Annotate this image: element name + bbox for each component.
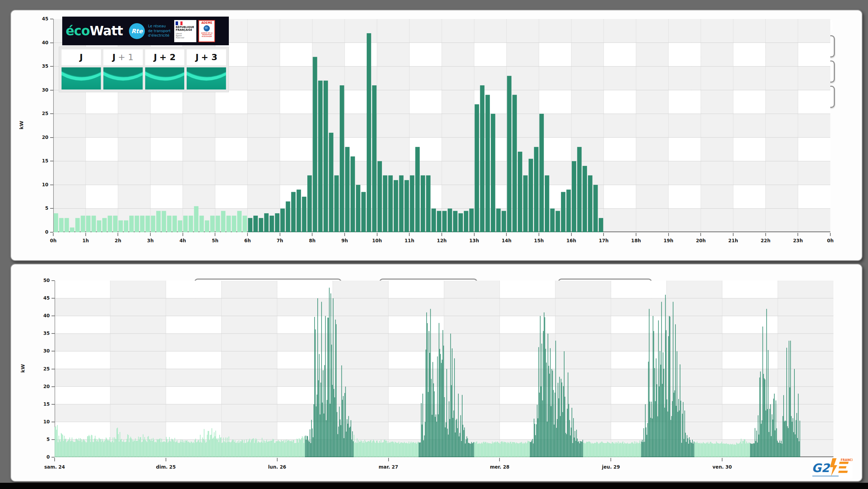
week-bar [498,443,499,457]
week-bar [141,442,142,457]
forecast-tile-j[interactable]: J [62,49,101,90]
week-bar [479,443,479,457]
week-bar [547,422,548,457]
week-bar [444,397,445,457]
week-bar [407,443,408,457]
week-bar [753,444,753,457]
week-bar [780,441,780,457]
week-bar [263,440,264,457]
week-bar [444,346,444,457]
week-bar [708,444,709,457]
week-bar [792,422,793,457]
week-bar [59,440,60,457]
day-bar [189,216,193,232]
day-bar [383,175,388,232]
week-bar [439,349,440,457]
week-bar [426,312,427,457]
week-bar [274,443,275,457]
week-bar [235,440,235,457]
week-bar [501,441,502,457]
week-bar [260,442,260,457]
week-bar [153,440,154,457]
week-bar [62,434,62,457]
y-axis-label: 15 [34,401,50,407]
week-bar [671,416,672,457]
week-bar [300,440,301,457]
week-bar [784,421,785,457]
week-bar [738,444,739,457]
week-bar [379,443,379,457]
week-bar [600,443,601,457]
y-axis-label: 15 [32,158,48,163]
week-bar [195,440,195,457]
forecast-tile-j+3[interactable]: J+ 3 [187,49,226,90]
x-axis-tick [700,233,701,236]
week-bar [644,442,645,457]
week-bar [715,444,716,457]
week-bar [767,409,768,457]
week-bar [634,441,635,457]
week-bar [662,384,663,457]
week-bar [63,435,63,457]
week-bar [761,424,762,457]
week-bar [591,444,591,457]
week-bar [531,442,531,457]
week-bar [740,442,741,457]
week-bar [711,443,712,457]
week-bar [424,435,425,457]
week-bar [494,442,495,457]
week-bar [476,442,476,457]
week-bar [447,429,448,457]
week-bar [511,443,512,457]
week-bar [536,424,537,457]
week-bar [171,439,172,457]
week-bar [446,369,447,458]
week-bar [218,442,219,457]
week-bar [366,442,367,457]
week-bar [251,440,252,457]
week-bar [730,444,731,457]
week-bar [620,443,621,457]
week-bar [680,364,680,457]
week-bar [372,441,373,457]
week-bar [473,443,473,457]
week-bar [405,443,406,457]
forecast-tile-j+1[interactable]: J+ 1 [103,49,143,90]
week-bar [525,442,526,457]
week-bar [710,442,711,457]
week-bar [716,441,717,457]
week-bar [202,438,203,457]
week-bar [370,440,371,457]
week-bar [776,428,777,457]
week-bar [486,442,486,457]
week-bar [281,440,282,457]
week-bar [774,394,775,457]
x-axis-tick [85,233,86,236]
week-bar [450,333,451,457]
g2e-tagline-line [812,476,839,477]
x-axis-label: 0h [818,238,842,243]
week-bar [192,442,192,457]
week-bar [589,442,590,457]
week-bar [705,444,706,457]
week-bar [208,431,208,457]
week-bar [292,442,292,457]
week-bar [576,441,576,457]
week-bar [502,441,503,457]
y-axis-tick [52,298,55,299]
week-bar [569,420,570,457]
week-bar [553,390,554,457]
week-bar [588,442,588,457]
week-bar [481,442,482,457]
week-bar [562,412,563,457]
week-bar [454,358,455,457]
week-bar [326,420,327,457]
week-bar [791,416,792,457]
week-bar [568,373,568,457]
week-bar [77,440,78,457]
forecast-tile-j+2[interactable]: J+ 2 [145,49,185,90]
week-bar [221,438,222,457]
y-axis-tick [50,185,53,185]
day-bar [529,159,533,232]
day-bar [65,218,69,232]
